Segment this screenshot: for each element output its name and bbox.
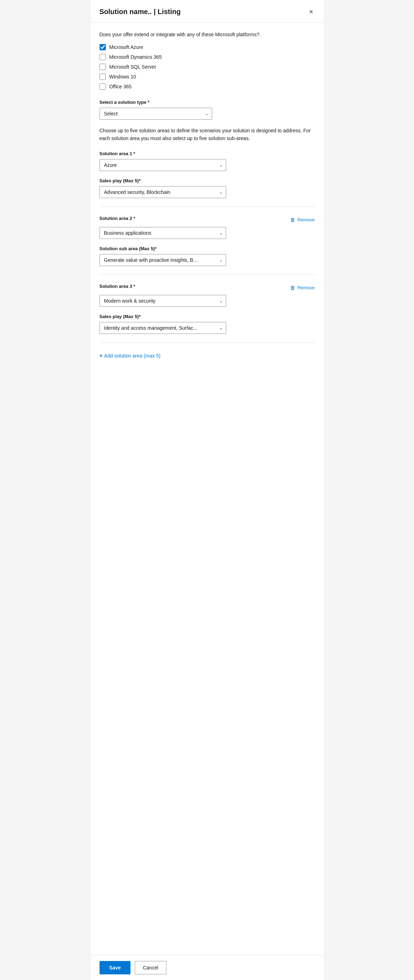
checkbox-windows[interactable]: Windows 10 (100, 73, 315, 80)
save-button[interactable]: Save (100, 961, 131, 974)
sub-area-2-select[interactable]: Generate value with proactive insights, … (100, 254, 226, 266)
solution-area-1-label: Solution area 1 * (100, 151, 315, 156)
solution-area-1-select-wrapper: Azure Business applications Modern work … (100, 159, 226, 171)
sales-play-3-select[interactable]: Identity and access management, Surfac..… (100, 322, 226, 334)
cancel-button[interactable]: Cancel (135, 961, 167, 974)
sales-play-3-label: Sales play (Max 5)* (100, 314, 315, 319)
solution-area-2-select[interactable]: Azure Business applications Modern work … (100, 227, 226, 239)
solution-area-3-header: Solution area 3 * 🗑 Remove (100, 283, 315, 292)
info-text: Choose up to five solution areas to defi… (100, 127, 315, 143)
checkbox-office[interactable]: Office 365 (100, 83, 315, 90)
solution-area-2: Solution area 2 * 🗑 Remove Azure Busines… (100, 215, 315, 239)
trash-icon-2: 🗑 (290, 217, 295, 223)
divider-1 (100, 207, 315, 207)
checkbox-sql-input[interactable] (100, 64, 106, 70)
solution-type-label: Select a solution type * (100, 100, 315, 105)
remove-area-3-button[interactable]: 🗑 Remove (290, 283, 314, 292)
checkbox-azure-input[interactable] (100, 44, 106, 50)
solution-area-2-header: Solution area 2 * 🗑 Remove (100, 215, 315, 224)
divider-2 (100, 274, 315, 275)
checkbox-windows-input[interactable] (100, 73, 106, 80)
checkbox-sql[interactable]: Microsoft SQL Server (100, 64, 315, 70)
platforms-question: Does your offer extend or integrate with… (100, 31, 315, 38)
trash-icon-3: 🗑 (290, 285, 295, 291)
platforms-checkbox-group: Microsoft Azure Microsoft Dynamics 365 M… (100, 44, 315, 90)
sales-play-3-group: Sales play (Max 5)* Identity and access … (100, 314, 315, 334)
sales-play-1-group: Sales play (Max 5)* Advanced security, B… (100, 178, 315, 198)
panel-title: Solution name.. | Listing (100, 8, 181, 16)
remove-area-2-label: Remove (298, 217, 314, 223)
checkbox-office-input[interactable] (100, 83, 106, 90)
plus-icon: + (100, 353, 103, 359)
checkbox-sql-label: Microsoft SQL Server (109, 64, 156, 70)
remove-area-2-button[interactable]: 🗑 Remove (290, 215, 314, 224)
checkbox-windows-label: Windows 10 (109, 74, 136, 80)
solution-area-2-label: Solution area 2 * (100, 216, 135, 221)
solution-area-2-select-wrapper: Azure Business applications Modern work … (100, 227, 226, 239)
checkbox-dynamics-input[interactable] (100, 54, 106, 60)
checkbox-dynamics[interactable]: Microsoft Dynamics 365 (100, 54, 315, 60)
panel-footer: Save Cancel (91, 955, 323, 980)
solution-area-3: Solution area 3 * 🗑 Remove Azure Busines… (100, 283, 315, 307)
solution-area-1: Solution area 1 * Azure Business applica… (100, 151, 315, 171)
solution-area-3-label: Solution area 3 * (100, 284, 135, 289)
panel-header: Solution name.. | Listing × (91, 0, 323, 22)
sales-play-1-select[interactable]: Advanced security, Blockchain (100, 186, 226, 198)
sub-area-2-group: Solution sub area (Max 5)* Generate valu… (100, 246, 315, 266)
checkbox-office-label: Office 365 (109, 84, 132, 89)
solution-area-3-select-wrapper: Azure Business applications Modern work … (100, 295, 226, 307)
sales-play-3-select-wrapper: Identity and access management, Surfac..… (100, 322, 226, 334)
checkbox-dynamics-label: Microsoft Dynamics 365 (109, 54, 162, 60)
remove-area-3-label: Remove (298, 285, 314, 290)
solution-type-select[interactable]: Select Option 1 Option 2 (100, 108, 212, 119)
panel: Solution name.. | Listing × Does your of… (91, 0, 323, 980)
add-solution-area-button[interactable]: + Add solution area (max 5) (100, 351, 161, 360)
sales-play-1-label: Sales play (Max 5)* (100, 178, 315, 183)
add-solution-area-label: Add solution area (max 5) (104, 353, 160, 359)
solution-type-select-wrapper: Select Option 1 Option 2 ⌄ (100, 108, 212, 119)
sales-play-1-select-wrapper: Advanced security, Blockchain ⌄ (100, 186, 226, 198)
divider-3 (100, 342, 315, 343)
close-button[interactable]: × (308, 6, 315, 17)
checkbox-azure[interactable]: Microsoft Azure (100, 44, 315, 50)
solution-area-1-select[interactable]: Azure Business applications Modern work … (100, 159, 226, 171)
sub-area-2-select-wrapper: Generate value with proactive insights, … (100, 254, 226, 266)
solution-area-3-select[interactable]: Azure Business applications Modern work … (100, 295, 226, 307)
solution-type-group: Select a solution type * Select Option 1… (100, 100, 315, 119)
panel-body: Does your offer extend or integrate with… (91, 22, 323, 955)
checkbox-azure-label: Microsoft Azure (109, 45, 143, 50)
sub-area-2-label: Solution sub area (Max 5)* (100, 246, 315, 251)
